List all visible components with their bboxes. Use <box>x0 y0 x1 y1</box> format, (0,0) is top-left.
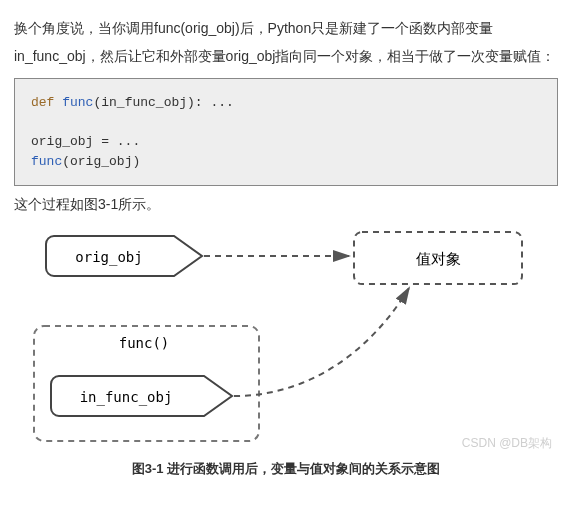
code-block: def func(in_func_obj): ... orig_obj = ..… <box>14 78 558 186</box>
svg-text:func(): func() <box>119 335 170 351</box>
intro-paragraph: 换个角度说，当你调用func(orig_obj)后，Python只是新建了一个函… <box>14 14 558 70</box>
diagram: orig_obj 值对象 func() in_func_obj CSDN @DB… <box>14 226 558 456</box>
orig-obj-box: orig_obj <box>46 236 202 276</box>
svg-text:orig_obj: orig_obj <box>75 249 142 266</box>
watermark: CSDN @DB架构 <box>462 435 552 452</box>
fn-def-name: func <box>62 95 93 110</box>
kw-def: def <box>31 95 54 110</box>
figure-caption: 图3-1 进行函数调用后，变量与值对象间的关系示意图 <box>14 460 558 478</box>
call-args: (orig_obj) <box>62 154 140 169</box>
ref-paragraph: 这个过程如图3-1所示。 <box>14 190 558 218</box>
arrow-infunc-to-value <box>234 288 409 396</box>
def-rest: (in_func_obj): ... <box>93 95 233 110</box>
svg-text:值对象: 值对象 <box>416 250 461 267</box>
value-object-box: 值对象 <box>354 232 522 284</box>
in-func-obj-box: in_func_obj <box>51 376 232 416</box>
assign-line: orig_obj = ... <box>31 134 140 149</box>
call-fn: func <box>31 154 62 169</box>
svg-text:in_func_obj: in_func_obj <box>80 389 173 406</box>
